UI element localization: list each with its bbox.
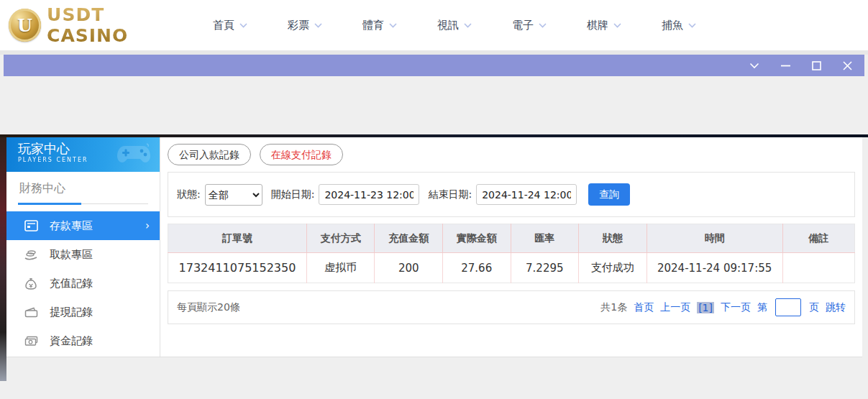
cell-rate: 7.2295: [511, 253, 579, 283]
cell-time: 2024-11-24 09:17:55: [647, 253, 782, 283]
filter-bar: 狀態: 全部 開始日期: 結束日期: 查詢: [168, 172, 855, 217]
jump-suffix-label: 页: [809, 301, 819, 314]
nav-label: 體育: [362, 19, 384, 32]
status-label: 狀態:: [177, 188, 201, 201]
page-zone: 玩家中心 PLAYERS CENTER 財務中心 存款專區 ›: [0, 137, 868, 399]
start-date-label: 開始日期:: [271, 188, 315, 201]
chevron-down-icon: [464, 23, 472, 28]
chevron-down-icon: [688, 23, 696, 28]
total-count-text: 共1条: [600, 301, 627, 314]
maximize-icon[interactable]: [810, 60, 822, 71]
deposit-card-icon: [24, 220, 38, 231]
chevron-down-icon: [389, 23, 397, 28]
chevron-down-icon: [613, 23, 621, 28]
col-header-time: 時間: [647, 224, 782, 253]
moneybag-icon: [24, 278, 38, 290]
sidebar-item-withdraw[interactable]: 取款專區: [6, 240, 160, 269]
tab-online-payment-record[interactable]: 在線支付記錄: [260, 144, 343, 165]
end-date-input[interactable]: [476, 184, 577, 205]
window-title-bar: [4, 55, 864, 76]
next-page-link[interactable]: 下一页: [721, 301, 751, 314]
record-tabs: 公司入款記錄 在線支付記錄: [168, 141, 855, 172]
start-date-input[interactable]: [319, 184, 419, 205]
site-header: U USDT CASINO 首頁 彩票 體育 視訊 電子 棋牌 捕魚: [0, 0, 868, 50]
nav-label: 捕魚: [662, 19, 683, 32]
cell-actual-amount: 27.66: [442, 253, 511, 283]
col-header-status: 狀態: [579, 224, 647, 253]
page-size-text: 每頁顯示20條: [177, 301, 240, 314]
sidebar-item-recharge-record[interactable]: 充值記錄: [6, 269, 160, 298]
logo-text: USDT CASINO: [47, 4, 190, 46]
search-button[interactable]: 查詢: [588, 183, 630, 206]
banknotes-icon: [24, 336, 38, 347]
first-page-link[interactable]: 首页: [634, 301, 654, 314]
sidebar-item-label: 充值記錄: [50, 277, 93, 290]
col-header-actual-amount: 實際金額: [442, 224, 511, 253]
table-row: 1732411075152350 虚拟币 200 27.66 7.2295 支付…: [168, 253, 855, 283]
chevron-down-icon: [239, 23, 247, 28]
logo-letter: U: [17, 15, 32, 36]
col-header-order-no: 訂單號: [168, 224, 307, 253]
close-icon[interactable]: [841, 60, 853, 71]
nav-item-slots[interactable]: 電子: [512, 19, 587, 32]
chevron-down-icon: [539, 23, 547, 28]
main-nav: 首頁 彩票 體育 視訊 電子 棋牌 捕魚: [213, 19, 736, 32]
cell-recharge-amount: 200: [375, 253, 443, 283]
chevron-down-icon: [314, 23, 322, 28]
sidebar-item-label: 資金記錄: [50, 334, 93, 348]
logo-coin-icon: U: [9, 9, 41, 42]
current-page-indicator: [1]: [697, 302, 714, 313]
cell-order-no: 1732411075152350: [168, 253, 307, 283]
sidebar-item-withdraw-record[interactable]: 提現記錄: [6, 298, 160, 326]
nav-label: 視訊: [437, 19, 459, 32]
nav-item-lottery[interactable]: 彩票: [288, 19, 362, 32]
nav-label: 棋牌: [587, 19, 608, 32]
nav-item-home[interactable]: 首頁: [213, 19, 288, 32]
minimize-icon[interactable]: [780, 60, 791, 71]
chevron-right-icon: ›: [145, 219, 150, 232]
nav-item-boardgames[interactable]: 棋牌: [587, 19, 662, 32]
gamepad-icon: [115, 142, 152, 169]
sidebar-header: 玩家中心 PLAYERS CENTER: [6, 137, 160, 172]
background-image-sliver: [0, 137, 6, 381]
sidebar-item-label: 存款專區: [50, 219, 93, 233]
site-logo[interactable]: U USDT CASINO: [9, 4, 190, 46]
client-area-background: [0, 76, 868, 134]
jump-button[interactable]: 跳转: [826, 301, 846, 314]
jump-prefix-label: 第: [757, 301, 767, 314]
prev-page-link[interactable]: 上一页: [660, 301, 690, 314]
pagination-controls: 共1条 首页 上一页 [1] 下一页 第 页 跳转: [600, 298, 846, 316]
player-center-panel: 玩家中心 PLAYERS CENTER 財務中心 存款專區 ›: [6, 137, 862, 357]
wallet-icon: [24, 307, 38, 318]
records-table: 訂單號 支付方式 充值金額 實際金額 匯率 狀態 時間 備註 173241107…: [168, 224, 855, 283]
col-header-pay-method: 支付方式: [306, 224, 375, 253]
cell-pay-method: 虚拟币: [306, 253, 375, 283]
nav-label: 首頁: [213, 19, 234, 32]
tab-company-deposit-record[interactable]: 公司入款記錄: [168, 144, 251, 165]
status-select[interactable]: 全部: [205, 184, 262, 206]
page-jump-input[interactable]: [775, 298, 801, 316]
nav-label: 電子: [512, 19, 534, 32]
col-header-note: 備註: [782, 224, 854, 253]
sidebar-item-funds-record[interactable]: 資金記錄: [6, 326, 160, 355]
cell-note: [782, 253, 854, 283]
col-header-recharge-amount: 充值金額: [375, 224, 443, 253]
sidebar-item-label: 取款專區: [50, 248, 93, 262]
nav-item-sports[interactable]: 體育: [362, 19, 437, 32]
sidebar-item-label: 提現記錄: [50, 306, 93, 319]
sidebar-section-title: 財務中心: [18, 172, 148, 204]
table-header-row: 訂單號 支付方式 充值金額 實際金額 匯率 狀態 時間 備註: [168, 224, 855, 253]
nav-item-live[interactable]: 視訊: [437, 19, 512, 32]
col-header-rate: 匯率: [511, 224, 579, 253]
chevron-down-icon[interactable]: [749, 60, 760, 71]
main-content: 公司入款記錄 在線支付記錄 狀態: 全部 開始日期: 結束日期: 查詢: [160, 137, 862, 357]
end-date-label: 結束日期:: [428, 188, 472, 201]
nav-item-fishing[interactable]: 捕魚: [662, 19, 736, 32]
pagination-bar: 每頁顯示20條 共1条 首页 上一页 [1] 下一页 第 页 跳转: [168, 290, 855, 324]
sidebar-item-deposit[interactable]: 存款專區 ›: [6, 211, 160, 240]
cell-status: 支付成功: [579, 253, 647, 283]
withdraw-hand-icon: [24, 249, 38, 260]
nav-label: 彩票: [288, 19, 309, 32]
sidebar: 玩家中心 PLAYERS CENTER 財務中心 存款專區 ›: [6, 137, 160, 357]
sidebar-menu: 存款專區 › 取款專區 充值記錄: [6, 211, 160, 355]
